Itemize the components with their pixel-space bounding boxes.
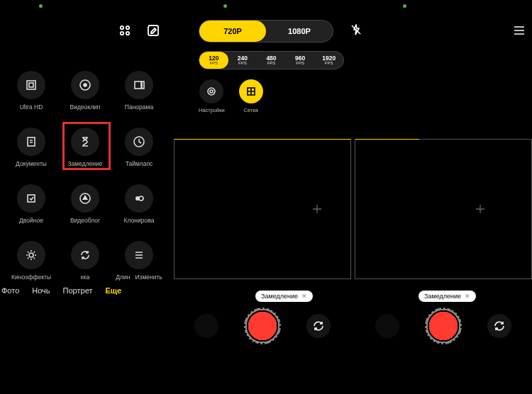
- close-icon[interactable]: ✕: [301, 293, 307, 300]
- svg-point-17: [29, 253, 33, 257]
- panorama-icon: [133, 79, 145, 91]
- hourglass-icon: [79, 135, 92, 148]
- clock-icon: [133, 135, 145, 148]
- res-1080p[interactable]: 1080P: [266, 21, 333, 42]
- mode-timelapse[interactable]: Таймлапс: [115, 128, 163, 167]
- mode-grid: Ultra HD Видеоклип Панорама Документы За…: [7, 71, 163, 281]
- mode-videoclip[interactable]: Видеоклип: [61, 71, 109, 111]
- shutter-button[interactable]: [425, 308, 462, 344]
- res-720p[interactable]: 720P: [199, 21, 266, 42]
- hamburger-icon[interactable]: [514, 26, 525, 35]
- fps-toggle: 120FPS 240FPS 480FPS 960FPS 1920FPS: [199, 51, 344, 69]
- mode-clone[interactable]: Клонирова: [115, 184, 163, 224]
- preview-frame[interactable]: [174, 139, 351, 279]
- switch-camera-button[interactable]: [487, 314, 511, 338]
- shutter-button[interactable]: [244, 308, 281, 344]
- fps-480[interactable]: 480FPS: [257, 52, 286, 69]
- vlog-icon: [79, 192, 92, 205]
- record-icon: [79, 79, 92, 91]
- svg-point-19: [210, 90, 213, 93]
- mode-vlog[interactable]: Видеоблог: [61, 184, 109, 224]
- switch-icon: [493, 320, 506, 332]
- mode-long-edit[interactable]: Длин Изменить: [115, 241, 163, 281]
- mode-ultrahd[interactable]: Ultra HD: [7, 71, 55, 111]
- tab-night[interactable]: Ночь: [32, 286, 50, 295]
- preview-frame[interactable]: [355, 139, 532, 279]
- panel-camera-1: 720P 1080P 120FPS 240FPS 480FPS 960FPS 1…: [170, 0, 355, 394]
- svg-point-1: [126, 26, 129, 29]
- svg-rect-6: [29, 83, 33, 87]
- svg-rect-9: [135, 81, 141, 89]
- svg-rect-5: [27, 81, 35, 89]
- switch-icon: [312, 320, 325, 332]
- svg-rect-10: [142, 81, 144, 89]
- document-icon: [25, 135, 38, 148]
- mode-documents[interactable]: Документы: [7, 128, 55, 167]
- resolution-toggle: 720P 1080P: [199, 20, 333, 43]
- svg-point-0: [121, 26, 123, 29]
- svg-rect-13: [28, 195, 35, 202]
- focus-crosshair-icon: [475, 204, 485, 214]
- grid-icon: [245, 86, 257, 97]
- refresh-icon: [79, 249, 92, 261]
- svg-point-3: [126, 32, 129, 35]
- dual-icon: [25, 192, 38, 205]
- clone-icon: [133, 192, 145, 205]
- panel-modes: Ultra HD Видеоклип Панорама Документы За…: [0, 0, 170, 394]
- tab-photo[interactable]: Фото: [1, 286, 19, 295]
- gallery-button[interactable]: [194, 314, 218, 338]
- tab-more[interactable]: Еще: [105, 286, 121, 295]
- switch-camera-button[interactable]: [306, 314, 331, 338]
- mode-retouch[interactable]: кка: [61, 241, 109, 281]
- bottom-tabs: Фото Ночь Портрет Еще: [0, 286, 170, 295]
- tab-portrait[interactable]: Портрет: [63, 286, 93, 295]
- edit-icon[interactable]: [147, 24, 160, 37]
- svg-rect-11: [28, 137, 35, 146]
- svg-point-18: [208, 88, 215, 95]
- mode-tag[interactable]: Замедление✕: [419, 291, 476, 302]
- fps-960[interactable]: 960FPS: [286, 52, 315, 69]
- control-settings[interactable]: Настройки: [199, 79, 225, 113]
- fps-240[interactable]: 240FPS: [228, 52, 257, 69]
- mode-dual[interactable]: Двойное: [7, 184, 55, 224]
- control-grid[interactable]: Сетка: [239, 79, 263, 113]
- ultrahd-icon: [25, 79, 38, 91]
- panel-camera-2: Замедление✕: [355, 0, 532, 394]
- gallery-button[interactable]: [375, 314, 399, 338]
- sparkle-icon: [25, 249, 38, 261]
- mode-tag[interactable]: Замедление✕: [255, 291, 313, 302]
- mode-panorama[interactable]: Панорама: [115, 71, 163, 111]
- menu-icon: [133, 249, 145, 261]
- svg-point-8: [84, 84, 87, 86]
- mode-cinema[interactable]: Киноэффекты: [7, 241, 55, 281]
- focus-crosshair-icon: [312, 204, 322, 214]
- fps-120[interactable]: 120FPS: [199, 52, 228, 69]
- apps-icon[interactable]: [118, 24, 131, 37]
- close-icon[interactable]: ✕: [465, 293, 470, 300]
- gear-icon: [206, 86, 217, 97]
- svg-point-2: [121, 32, 123, 35]
- mode-slowmo[interactable]: Замедление: [61, 128, 109, 167]
- fps-1920[interactable]: 1920FPS: [314, 52, 343, 69]
